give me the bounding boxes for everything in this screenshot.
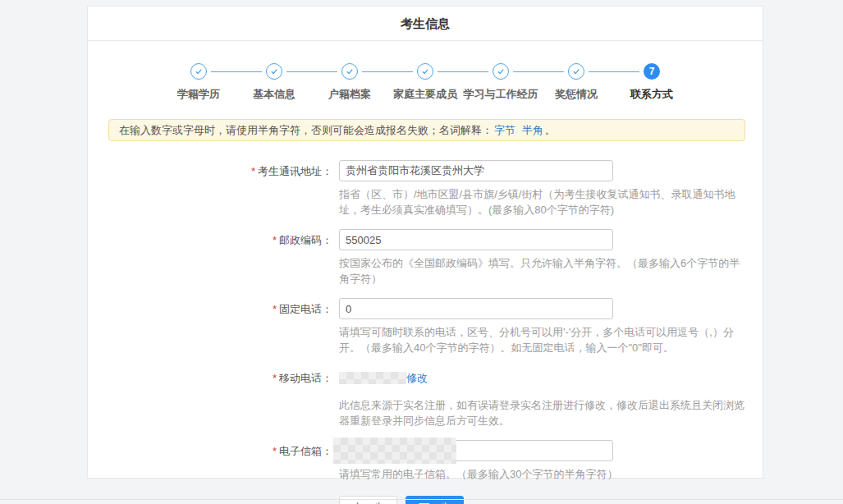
step-label: 户籍档案 — [328, 87, 371, 102]
step-jiangcheng[interactable]: 奖惩情况 — [538, 63, 614, 102]
required-asterisk: * — [273, 445, 277, 457]
step-xueji-xueli[interactable]: 学籍学历 — [161, 63, 236, 102]
step-label: 家庭主要成员 — [393, 87, 457, 102]
step-label: 学习与工作经历 — [464, 87, 538, 102]
halfwidth-glossary-link[interactable]: 半角 — [522, 124, 543, 136]
mobile-help-text: 此信息来源于实名注册，如有误请登录实名注册进行修改，修改后退出系统且关闭浏览器重… — [339, 397, 749, 428]
step-jiating-chengyuan[interactable]: 家庭主要成员 — [387, 63, 463, 102]
field-label: *固定电话： — [88, 298, 332, 355]
check-circle-icon — [417, 63, 433, 80]
check-circle-icon — [568, 63, 584, 80]
check-icon — [420, 66, 430, 76]
step-label: 基本信息 — [253, 87, 296, 102]
required-asterisk: * — [273, 372, 277, 384]
address-input[interactable] — [339, 160, 613, 181]
postcode-input[interactable] — [339, 229, 613, 250]
address-help-text: 指省（区、市）/地市区盟/县市旗/乡镇/街村（为考生接收复试通知书、录取通知书地… — [339, 186, 749, 218]
footer-divider — [0, 499, 843, 500]
step-label: 联系方式 — [630, 87, 673, 102]
step-huji-dangan[interactable]: 户籍档案 — [312, 63, 387, 102]
previous-step-button[interactable]: 上一步 — [339, 496, 397, 504]
field-label: *邮政编码： — [88, 229, 332, 286]
landline-input[interactable] — [339, 298, 613, 319]
byte-glossary-link[interactable]: 字节 — [494, 124, 515, 136]
step-lianxi-fangshi[interactable]: 7 联系方式 — [614, 63, 690, 102]
check-icon — [345, 66, 355, 76]
check-icon — [571, 66, 581, 76]
candidate-info-card: 考生信息 学籍学历 基本信息 户籍档案 家庭主要成员 — [87, 6, 763, 479]
notice-text: 在输入数字或字母时，请使用半角字符，否则可能会造成报名失败；名词解释： — [119, 124, 493, 136]
email-help-text: 请填写常用的电子信箱。（最多输入30个字节的半角字符） — [339, 466, 749, 482]
form-row-address: *考生通讯地址： 指省（区、市）/地市区盟/县市旗/乡镇/街村（为考生接收复试通… — [88, 160, 763, 218]
check-icon — [194, 66, 204, 76]
check-circle-icon — [341, 63, 358, 80]
redacted-mobile-number — [339, 372, 406, 384]
next-step-button[interactable]: 下一步 — [405, 496, 464, 504]
redacted-email-value — [333, 438, 456, 464]
halfwidth-notice-banner: 在输入数字或字母时，请使用半角字符，否则可能会造成报名失败；名词解释：字节 半角… — [108, 119, 745, 141]
form-row-landline: *固定电话： 请填写可随时联系的电话，区号、分机号可以用'-'分开，多个电话可以… — [88, 298, 763, 355]
check-icon — [496, 66, 506, 76]
check-circle-icon — [493, 63, 509, 80]
check-circle-icon — [190, 63, 207, 80]
step-xuexi-gongzuo[interactable]: 学习与工作经历 — [463, 63, 538, 102]
step-jiben-xinxi[interactable]: 基本信息 — [236, 63, 312, 102]
form-buttons: 上一步 下一步 — [339, 496, 763, 504]
landline-help-text: 请填写可随时联系的电话，区号、分机号可以用'-'分开，多个电话可以用逗号（,）分… — [339, 324, 749, 355]
wizard-stepper: 学籍学历 基本信息 户籍档案 家庭主要成员 学习与工作经历 — [88, 63, 763, 102]
check-circle-icon — [266, 63, 282, 80]
form-row-email: *电子信箱： 请填写常用的电子信箱。（最多输入30个字节的半角字符） — [88, 440, 763, 482]
step-label: 奖惩情况 — [555, 87, 598, 102]
field-label: *电子信箱： — [88, 440, 332, 482]
required-asterisk: * — [273, 234, 277, 246]
required-asterisk: * — [251, 165, 255, 177]
form-row-postcode: *邮政编码： 按国家公布的《全国邮政编码》填写。只允许输入半角字符。（最多输入6… — [88, 229, 763, 286]
modify-mobile-link[interactable]: 修改 — [406, 372, 428, 384]
step-label: 学籍学历 — [177, 87, 220, 102]
page-title: 考生信息 — [401, 16, 450, 30]
field-label: *移动电话： — [88, 367, 332, 428]
contact-info-form: *考生通讯地址： 指省（区、市）/地市区盟/县市旗/乡镇/街村（为考生接收复试通… — [88, 160, 763, 504]
step-number-badge: 7 — [644, 63, 660, 80]
notice-suffix: 。 — [545, 124, 556, 136]
page-header: 考生信息 — [88, 7, 763, 41]
field-label: *考生通讯地址： — [88, 160, 332, 218]
postcode-help-text: 按国家公布的《全国邮政编码》填写。只允许输入半角字符。（最多输入6个字节的半角字… — [339, 255, 749, 286]
required-asterisk: * — [273, 303, 277, 315]
check-icon — [269, 66, 279, 76]
form-row-mobile: *移动电话： 修改 此信息来源于实名注册，如有误请登录实名注册进行修改，修改后退… — [88, 367, 763, 428]
